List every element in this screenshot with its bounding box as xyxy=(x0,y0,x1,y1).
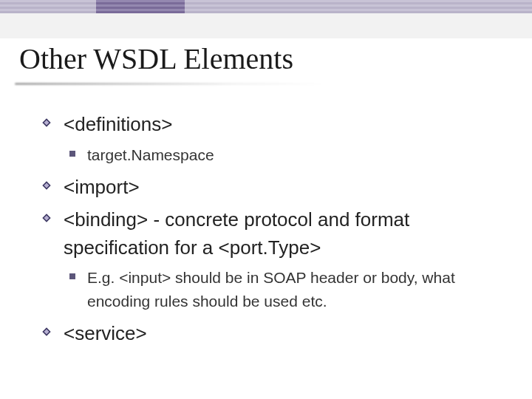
title-underline-shadow xyxy=(15,83,325,85)
diamond-bullet-icon xyxy=(41,327,52,337)
bullet-definitions: <definitions> xyxy=(41,111,502,139)
header-accent xyxy=(96,0,185,13)
bullet-text: target.Namespace xyxy=(87,146,214,163)
diamond-bullet-icon xyxy=(41,180,52,191)
bullet-binding: <binding> - concrete protocol and format… xyxy=(41,206,502,262)
square-bullet-icon xyxy=(69,273,75,279)
sub-bullet-binding-example: E.g. <input> should be in SOAP header or… xyxy=(41,266,502,313)
bullet-text: E.g. <input> should be in SOAP header or… xyxy=(87,269,455,310)
bullet-service: <service> xyxy=(41,320,502,348)
bullet-text: <import> xyxy=(64,176,140,198)
header-mid-band xyxy=(0,13,532,38)
square-bullet-icon xyxy=(69,151,75,157)
sub-bullet-targetnamespace: target.Namespace xyxy=(41,143,502,167)
diamond-bullet-icon xyxy=(41,117,52,128)
diamond-bullet-icon xyxy=(41,213,52,223)
bullet-text: <binding> - concrete protocol and format… xyxy=(64,208,409,259)
bullet-text: <service> xyxy=(64,322,147,344)
content-area: <definitions> target.Namespace <import> … xyxy=(41,111,502,352)
bullet-import: <import> xyxy=(41,174,502,202)
header-band xyxy=(0,0,532,13)
bullet-text: <definitions> xyxy=(64,113,172,135)
slide-title: Other WSDL Elements xyxy=(19,41,293,76)
